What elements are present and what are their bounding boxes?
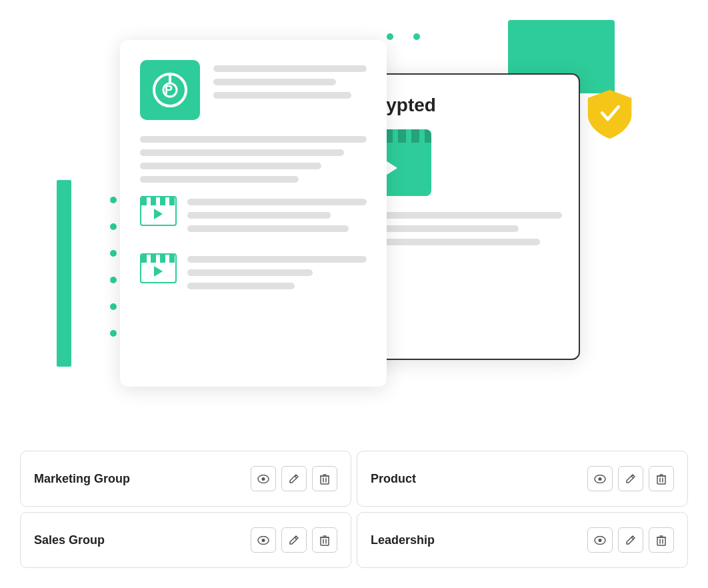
item-lines-2 <box>187 253 367 296</box>
group-card-marketing: Marketing Group <box>20 451 351 507</box>
eye-icon <box>594 475 606 483</box>
delete-product-button[interactable] <box>649 466 674 491</box>
trash-icon <box>320 473 329 485</box>
doc-header-lines <box>213 60 367 105</box>
trash-icon <box>657 473 666 485</box>
body-line-2 <box>140 149 344 156</box>
dot-5 <box>110 303 117 310</box>
body-line-1 <box>140 136 367 143</box>
svg-point-21 <box>262 539 265 542</box>
svg-rect-7 <box>321 476 329 484</box>
svg-text:P: P <box>165 83 173 97</box>
delete-sales-button[interactable] <box>312 527 337 553</box>
group-name-marketing: Marketing Group <box>34 472 130 486</box>
pencil-icon <box>625 473 636 484</box>
doc-header: P <box>140 60 367 120</box>
main-scene: Encrypted P <box>0 0 708 588</box>
groups-grid: Marketing Group <box>20 451 688 568</box>
edit-sales-button[interactable] <box>281 527 307 553</box>
group-name-sales: Sales Group <box>34 533 105 547</box>
dot-6 <box>110 330 117 337</box>
header-line-1 <box>213 65 367 72</box>
view-sales-button[interactable] <box>251 527 276 553</box>
pencil-icon <box>289 473 299 484</box>
dot-1 <box>110 197 117 203</box>
trash-icon <box>657 535 666 546</box>
group-actions-product <box>587 466 674 491</box>
svg-line-22 <box>295 537 297 539</box>
item-line-2b <box>187 269 313 276</box>
svg-rect-23 <box>321 537 329 545</box>
delete-leadership-button[interactable] <box>649 527 674 553</box>
video-thumb-2 <box>140 253 177 283</box>
item-line-1b <box>187 212 331 219</box>
doc-body-lines <box>140 136 367 183</box>
doc-video-item-1 <box>140 196 367 239</box>
edit-leadership-button[interactable] <box>618 527 643 553</box>
body-line-4 <box>140 176 299 183</box>
eye-icon <box>257 475 269 483</box>
group-name-leadership: Leadership <box>371 533 435 547</box>
item-line-2a <box>187 256 367 263</box>
svg-point-13 <box>599 477 602 481</box>
pencil-icon <box>625 535 636 545</box>
doc-video-item-2 <box>140 253 367 296</box>
main-doc-card: P <box>120 40 387 387</box>
item-lines-1 <box>187 196 367 239</box>
shield-badge <box>585 87 635 143</box>
delete-marketing-button[interactable] <box>312 466 337 491</box>
group-actions-sales <box>251 527 337 553</box>
app-logo: P <box>140 60 200 120</box>
svg-line-6 <box>295 476 297 478</box>
item-line-1c <box>187 225 349 232</box>
view-product-button[interactable] <box>587 466 613 491</box>
group-card-leadership: Leadership <box>357 512 688 568</box>
green-accent-left <box>57 180 71 367</box>
svg-rect-31 <box>657 537 665 545</box>
dot-2 <box>110 223 117 230</box>
group-actions-leadership <box>587 527 674 553</box>
header-line-2 <box>213 79 336 85</box>
eye-icon <box>594 536 606 545</box>
view-marketing-button[interactable] <box>251 466 276 491</box>
app-logo-icon: P <box>150 70 190 110</box>
body-line-3 <box>140 163 321 169</box>
item-line-1a <box>187 199 367 205</box>
svg-rect-15 <box>657 476 665 484</box>
svg-line-14 <box>631 476 633 478</box>
edit-product-button[interactable] <box>618 466 643 491</box>
play-icon-2 <box>154 266 163 277</box>
trash-icon <box>320 535 329 546</box>
header-line-3 <box>213 92 351 99</box>
video-thumb-1 <box>140 196 177 226</box>
svg-line-30 <box>631 537 633 539</box>
svg-point-29 <box>599 539 602 542</box>
eye-icon <box>257 536 269 545</box>
dots-top <box>387 33 420 40</box>
dot-top-1 <box>387 33 393 40</box>
pencil-icon <box>289 535 299 545</box>
item-line-2c <box>187 283 295 289</box>
group-actions-marketing <box>251 466 337 491</box>
dot-4 <box>110 277 117 283</box>
group-card-product: Product <box>357 451 688 507</box>
edit-marketing-button[interactable] <box>281 466 307 491</box>
dot-3 <box>110 250 117 257</box>
play-icon-1 <box>154 209 163 219</box>
group-name-product: Product <box>371 472 416 486</box>
svg-point-5 <box>262 477 265 481</box>
dots-left <box>110 197 117 337</box>
group-card-sales: Sales Group <box>20 512 351 568</box>
dot-top-2 <box>413 33 420 40</box>
view-leadership-button[interactable] <box>587 527 613 553</box>
